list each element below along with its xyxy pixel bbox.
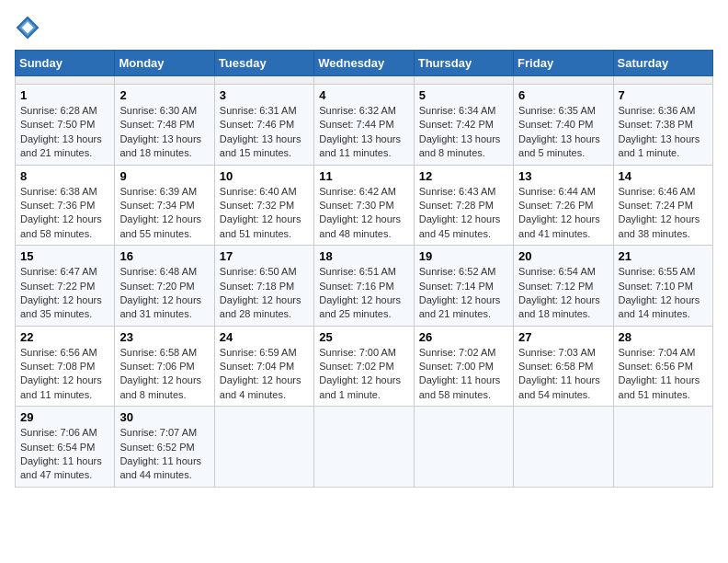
day-info: Sunrise: 6:59 AMSunset: 7:04 PMDaylight:… — [220, 347, 301, 400]
day-number: 11 — [319, 169, 408, 183]
header-wednesday: Wednesday — [314, 51, 414, 76]
calendar-cell: 23 Sunrise: 6:58 AMSunset: 7:06 PMDaylig… — [115, 326, 214, 407]
calendar-cell: 28 Sunrise: 7:04 AMSunset: 6:56 PMDaylig… — [613, 326, 712, 407]
day-info: Sunrise: 7:00 AMSunset: 7:02 PMDaylight:… — [319, 347, 401, 400]
day-number: 27 — [518, 330, 608, 344]
header-sunday: Sunday — [16, 51, 115, 76]
header-monday: Monday — [115, 51, 214, 76]
calendar-cell: 18 Sunrise: 6:51 AMSunset: 7:16 PMDaylig… — [314, 246, 414, 327]
calendar-cell: 5 Sunrise: 6:34 AMSunset: 7:42 PMDayligh… — [414, 85, 513, 166]
day-number: 21 — [619, 249, 708, 263]
calendar-cell: 22 Sunrise: 6:56 AMSunset: 7:08 PMDaylig… — [16, 326, 115, 407]
calendar-cell: 15 Sunrise: 6:47 AMSunset: 7:22 PMDaylig… — [16, 246, 115, 327]
day-number: 5 — [419, 88, 508, 102]
day-number: 18 — [319, 249, 408, 263]
logo — [15, 15, 44, 40]
day-info: Sunrise: 6:31 AMSunset: 7:46 PMDaylight:… — [220, 105, 301, 158]
calendar-table: SundayMondayTuesdayWednesdayThursdayFrid… — [15, 50, 713, 488]
calendar-cell: 21 Sunrise: 6:55 AMSunset: 7:10 PMDaylig… — [613, 246, 712, 327]
day-number: 14 — [619, 169, 708, 183]
header-saturday: Saturday — [613, 51, 712, 76]
calendar-cell — [414, 76, 513, 85]
day-number: 20 — [518, 249, 608, 263]
day-number: 23 — [119, 330, 209, 344]
day-number: 8 — [20, 169, 109, 183]
day-info: Sunrise: 6:30 AMSunset: 7:48 PMDaylight:… — [119, 105, 201, 158]
day-number: 4 — [319, 88, 408, 102]
day-info: Sunrise: 7:07 AMSunset: 6:52 PMDaylight:… — [119, 427, 201, 480]
calendar-cell — [115, 76, 214, 85]
day-info: Sunrise: 6:42 AMSunset: 7:30 PMDaylight:… — [319, 186, 401, 239]
logo-icon — [15, 15, 40, 40]
calendar-cell: 30 Sunrise: 7:07 AMSunset: 6:52 PMDaylig… — [115, 407, 214, 488]
calendar-cell — [314, 407, 414, 488]
day-info: Sunrise: 6:50 AMSunset: 7:18 PMDaylight:… — [220, 266, 301, 319]
day-number: 3 — [220, 88, 309, 102]
day-info: Sunrise: 6:36 AMSunset: 7:38 PMDaylight:… — [619, 105, 700, 158]
day-info: Sunrise: 6:51 AMSunset: 7:16 PMDaylight:… — [319, 266, 401, 319]
day-info: Sunrise: 6:58 AMSunset: 7:06 PMDaylight:… — [119, 347, 201, 400]
day-info: Sunrise: 7:04 AMSunset: 6:56 PMDaylight:… — [619, 347, 700, 400]
day-info: Sunrise: 6:35 AMSunset: 7:40 PMDaylight:… — [518, 105, 600, 158]
header-tuesday: Tuesday — [214, 51, 313, 76]
calendar-cell: 26 Sunrise: 7:02 AMSunset: 7:00 PMDaylig… — [414, 326, 513, 407]
day-number: 16 — [119, 249, 209, 263]
header-thursday: Thursday — [414, 51, 513, 76]
day-info: Sunrise: 6:48 AMSunset: 7:20 PMDaylight:… — [119, 266, 201, 319]
day-number: 6 — [518, 88, 608, 102]
day-info: Sunrise: 6:52 AMSunset: 7:14 PMDaylight:… — [419, 266, 501, 319]
calendar-cell: 17 Sunrise: 6:50 AMSunset: 7:18 PMDaylig… — [214, 246, 313, 327]
day-info: Sunrise: 6:38 AMSunset: 7:36 PMDaylight:… — [20, 186, 102, 239]
day-info: Sunrise: 6:40 AMSunset: 7:32 PMDaylight:… — [220, 186, 301, 239]
day-number: 15 — [20, 249, 109, 263]
day-number: 10 — [220, 169, 309, 183]
calendar-cell: 4 Sunrise: 6:32 AMSunset: 7:44 PMDayligh… — [314, 85, 414, 166]
day-number: 7 — [619, 88, 708, 102]
day-info: Sunrise: 6:55 AMSunset: 7:10 PMDaylight:… — [619, 266, 700, 319]
calendar-cell: 24 Sunrise: 6:59 AMSunset: 7:04 PMDaylig… — [214, 326, 313, 407]
day-info: Sunrise: 7:06 AMSunset: 6:54 PMDaylight:… — [20, 427, 102, 480]
calendar-cell: 9 Sunrise: 6:39 AMSunset: 7:34 PMDayligh… — [115, 165, 214, 246]
calendar-cell: 7 Sunrise: 6:36 AMSunset: 7:38 PMDayligh… — [613, 85, 712, 166]
calendar-cell — [514, 76, 613, 85]
day-number: 30 — [119, 410, 209, 424]
header-friday: Friday — [514, 51, 613, 76]
day-number: 17 — [220, 249, 309, 263]
calendar-cell: 13 Sunrise: 6:44 AMSunset: 7:26 PMDaylig… — [514, 165, 613, 246]
day-info: Sunrise: 6:46 AMSunset: 7:24 PMDaylight:… — [619, 186, 700, 239]
calendar-cell: 11 Sunrise: 6:42 AMSunset: 7:30 PMDaylig… — [314, 165, 414, 246]
calendar-cell: 29 Sunrise: 7:06 AMSunset: 6:54 PMDaylig… — [16, 407, 115, 488]
calendar-cell — [214, 76, 313, 85]
calendar-cell: 16 Sunrise: 6:48 AMSunset: 7:20 PMDaylig… — [115, 246, 214, 327]
calendar-cell: 14 Sunrise: 6:46 AMSunset: 7:24 PMDaylig… — [613, 165, 712, 246]
calendar-cell: 19 Sunrise: 6:52 AMSunset: 7:14 PMDaylig… — [414, 246, 513, 327]
day-info: Sunrise: 6:32 AMSunset: 7:44 PMDaylight:… — [319, 105, 401, 158]
calendar-cell: 25 Sunrise: 7:00 AMSunset: 7:02 PMDaylig… — [314, 326, 414, 407]
day-info: Sunrise: 6:39 AMSunset: 7:34 PMDaylight:… — [119, 186, 201, 239]
day-number: 9 — [119, 169, 209, 183]
day-number: 13 — [518, 169, 608, 183]
day-number: 24 — [220, 330, 309, 344]
calendar-week-row: 1 Sunrise: 6:28 AMSunset: 7:50 PMDayligh… — [16, 85, 713, 166]
calendar-cell: 8 Sunrise: 6:38 AMSunset: 7:36 PMDayligh… — [16, 165, 115, 246]
day-number: 25 — [319, 330, 408, 344]
calendar-cell: 3 Sunrise: 6:31 AMSunset: 7:46 PMDayligh… — [214, 85, 313, 166]
day-info: Sunrise: 6:54 AMSunset: 7:12 PMDaylight:… — [518, 266, 600, 319]
day-info: Sunrise: 6:56 AMSunset: 7:08 PMDaylight:… — [20, 347, 102, 400]
calendar-cell: 1 Sunrise: 6:28 AMSunset: 7:50 PMDayligh… — [16, 85, 115, 166]
calendar-cell: 27 Sunrise: 7:03 AMSunset: 6:58 PMDaylig… — [514, 326, 613, 407]
calendar-week-row: 22 Sunrise: 6:56 AMSunset: 7:08 PMDaylig… — [16, 326, 713, 407]
calendar-week-row: 8 Sunrise: 6:38 AMSunset: 7:36 PMDayligh… — [16, 165, 713, 246]
calendar-cell — [214, 407, 313, 488]
day-info: Sunrise: 6:28 AMSunset: 7:50 PMDaylight:… — [20, 105, 102, 158]
calendar-cell — [314, 76, 414, 85]
calendar-week-row: 29 Sunrise: 7:06 AMSunset: 6:54 PMDaylig… — [16, 407, 713, 488]
calendar-cell: 2 Sunrise: 6:30 AMSunset: 7:48 PMDayligh… — [115, 85, 214, 166]
day-info: Sunrise: 6:34 AMSunset: 7:42 PMDaylight:… — [419, 105, 501, 158]
day-info: Sunrise: 6:43 AMSunset: 7:28 PMDaylight:… — [419, 186, 501, 239]
calendar-cell — [414, 407, 513, 488]
calendar-cell — [613, 407, 712, 488]
day-number: 12 — [419, 169, 508, 183]
calendar-header-row: SundayMondayTuesdayWednesdayThursdayFrid… — [16, 51, 713, 76]
day-number: 1 — [20, 88, 109, 102]
